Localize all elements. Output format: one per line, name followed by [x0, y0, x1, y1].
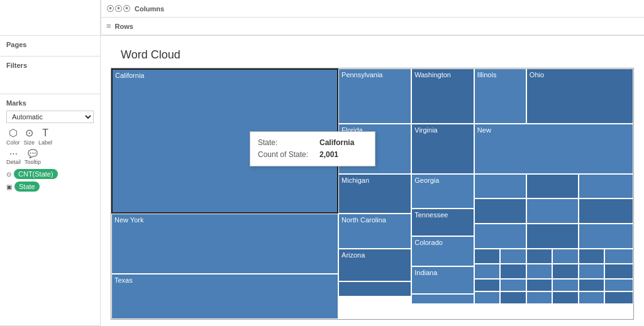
- treemap-cell[interactable]: [474, 291, 501, 304]
- treemap-cell[interactable]: [526, 291, 553, 304]
- label-icon: T: [42, 128, 48, 138]
- treemap-cell[interactable]: Michigan: [338, 174, 411, 214]
- treemap-cell[interactable]: [411, 294, 474, 304]
- treemap-cell[interactable]: Georgia: [411, 174, 474, 209]
- marks-type-dropdown[interactable]: Automatic: [6, 111, 94, 123]
- marks-pills: ⊙ CNT(State) ▣ State: [6, 169, 94, 192]
- tooltip-label: Tooltip: [25, 159, 41, 165]
- detail-button[interactable]: ⋯ Detail: [6, 149, 21, 165]
- treemap-cell[interactable]: [526, 174, 579, 199]
- treemap-cell[interactable]: [474, 264, 501, 279]
- treemap-cell[interactable]: [552, 249, 579, 264]
- sidebar: Pages Filters Marks Automatic ⬡ Color ⊙ …: [0, 36, 101, 326]
- treemap-cell[interactable]: [474, 198, 526, 224]
- tooltip-icon: 💬: [28, 149, 38, 158]
- rows-shelf[interactable]: ≡ Rows: [101, 18, 644, 35]
- top-bar: ⦿⦿⦿ Columns ≡ Rows: [0, 0, 644, 36]
- tooltip-button[interactable]: 💬 Tooltip: [25, 149, 41, 165]
- treemap-cell[interactable]: [500, 291, 526, 304]
- treemap-cell[interactable]: [604, 291, 633, 304]
- treemap-cell[interactable]: [579, 291, 605, 304]
- treemap-cell[interactable]: [579, 249, 605, 264]
- tooltip-state-key: State:: [258, 137, 314, 149]
- filters-title: Filters: [6, 62, 94, 69]
- treemap-cell[interactable]: [552, 279, 579, 291]
- viz-area: IndianaArizonaTexasColoradoNorth Carolin…: [101, 68, 644, 326]
- columns-shelf[interactable]: ⦿⦿⦿ Columns: [101, 0, 644, 18]
- right-panel: Word Cloud IndianaArizonaTexasColoradoNo…: [101, 36, 644, 326]
- treemap-cell[interactable]: [579, 224, 633, 249]
- treemap-cell[interactable]: North Carolina: [338, 214, 411, 249]
- tooltip-state-row: State: California: [258, 137, 367, 149]
- treemap-cell[interactable]: New York: [111, 214, 338, 274]
- columns-icon: ⦿⦿⦿: [106, 4, 131, 13]
- treemap-cell[interactable]: [526, 264, 553, 279]
- cnt-pill-row: ⊙ CNT(State): [6, 169, 94, 179]
- treemap-cell[interactable]: [526, 198, 579, 224]
- treemap-cell[interactable]: Ohio: [526, 68, 633, 124]
- tooltip-count-row: Count of State: 2,001: [258, 149, 367, 161]
- treemap-cell[interactable]: [500, 279, 526, 291]
- treemap-cell[interactable]: [604, 279, 633, 291]
- treemap-cell[interactable]: Colorado: [411, 236, 474, 266]
- treemap-cell[interactable]: [500, 264, 526, 279]
- treemap-cell[interactable]: [552, 291, 579, 304]
- size-button[interactable]: ⊙ Size: [24, 128, 35, 146]
- app-container: Pages Filters Marks Automatic ⬡ Color ⊙ …: [0, 36, 644, 326]
- size-icon: ⊙: [25, 128, 33, 138]
- treemap-cell[interactable]: [526, 224, 579, 249]
- treemap-cell[interactable]: [526, 249, 553, 264]
- label-button[interactable]: T Label: [38, 128, 52, 146]
- treemap-cell[interactable]: [579, 174, 633, 199]
- treemap-cell[interactable]: [474, 224, 526, 249]
- cnt-pill-icon: ⊙: [6, 171, 11, 178]
- tooltip-count-val: 2,001: [319, 149, 338, 161]
- treemap-cell[interactable]: [526, 279, 553, 291]
- viz-title: Word Cloud: [111, 42, 634, 65]
- treemap-cell[interactable]: Arizona: [338, 249, 411, 281]
- treemap-cell[interactable]: [552, 264, 579, 279]
- treemap-cell[interactable]: Washington: [411, 68, 474, 124]
- tooltip-count-key: Count of State:: [258, 149, 314, 161]
- tooltip-popup: State: California Count of State: 2,001: [250, 131, 375, 166]
- treemap-cell[interactable]: Tennessee: [411, 209, 474, 236]
- filters-section: Filters: [0, 57, 100, 94]
- marks-icons-row: ⬡ Color ⊙ Size T Label: [6, 128, 94, 146]
- detail-icon: ⋯: [9, 149, 18, 158]
- size-label: Size: [24, 139, 35, 146]
- tooltip-state-val: California: [319, 137, 354, 149]
- marks-title: Marks: [6, 99, 94, 107]
- color-icon: ⬡: [9, 128, 18, 138]
- cnt-pill-badge[interactable]: CNT(State): [14, 169, 58, 179]
- treemap-cell[interactable]: [604, 249, 633, 264]
- treemap-cell[interactable]: Virginia: [411, 124, 474, 174]
- treemap-cell[interactable]: [604, 264, 633, 279]
- treemap-cell[interactable]: [500, 249, 526, 264]
- treemap-cell[interactable]: [474, 249, 501, 264]
- pages-title: Pages: [6, 41, 94, 48]
- pages-section: Pages: [0, 36, 100, 57]
- rows-label: Rows: [115, 23, 133, 30]
- color-button[interactable]: ⬡ Color: [6, 128, 20, 146]
- treemap-cell[interactable]: [474, 174, 526, 199]
- treemap-cell[interactable]: [338, 281, 411, 296]
- treemap-cell[interactable]: [579, 279, 605, 291]
- treemap-cell[interactable]: [474, 279, 501, 291]
- treemap[interactable]: IndianaArizonaTexasColoradoNorth Carolin…: [111, 68, 634, 320]
- detail-label: Detail: [6, 159, 21, 165]
- label-label: Label: [38, 139, 52, 146]
- color-label: Color: [6, 139, 20, 146]
- treemap-cell[interactable]: [579, 264, 605, 279]
- state-pill-icon: ▣: [6, 183, 12, 190]
- treemap-cell[interactable]: Texas: [111, 274, 338, 319]
- treemap-cell[interactable]: Pennsylvania: [338, 68, 411, 124]
- rows-icon: ≡: [106, 21, 111, 31]
- state-pill-row: ▣ State: [6, 182, 94, 192]
- treemap-cell[interactable]: New: [474, 124, 633, 174]
- state-pill-badge[interactable]: State: [14, 182, 40, 192]
- viz-title-container: Word Cloud: [101, 36, 644, 68]
- treemap-cell[interactable]: [579, 198, 633, 224]
- treemap-cell[interactable]: Illinois: [474, 68, 526, 124]
- treemap-cell[interactable]: Indiana: [411, 266, 474, 294]
- columns-label: Columns: [135, 5, 164, 13]
